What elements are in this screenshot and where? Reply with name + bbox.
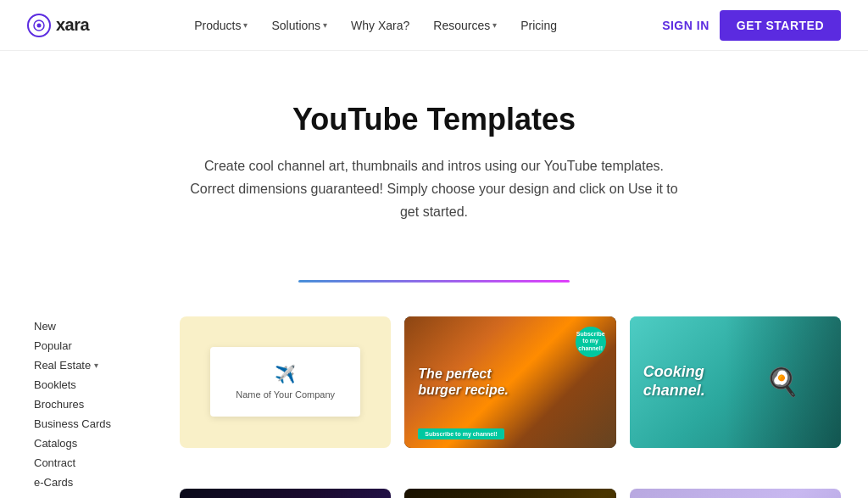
navbar: xara Products ▾ Solutions ▾ Why Xara? Re… bbox=[0, 0, 868, 51]
template-card-year[interactable]: 20XX Subscribe! bbox=[404, 489, 615, 498]
sidebar-item-brochures[interactable]: Brochures bbox=[27, 394, 166, 414]
card-food-visual: 🍳 bbox=[725, 316, 841, 448]
sidebar-item-catalogs[interactable]: Catalogs bbox=[27, 434, 166, 453]
logo[interactable]: xara bbox=[27, 14, 89, 37]
logo-icon bbox=[27, 14, 51, 37]
template-card-cooking[interactable]: Cooking channel. 🍳 bbox=[630, 316, 841, 448]
template-card-dark[interactable] bbox=[180, 489, 391, 498]
sign-in-button[interactable]: SIGN IN bbox=[662, 19, 709, 32]
chevron-down-icon: ▾ bbox=[243, 20, 248, 30]
hero-description: Create cool channel art, thumbnails and … bbox=[188, 154, 680, 224]
sidebar-item-popular[interactable]: Popular bbox=[27, 336, 166, 355]
chevron-down-icon: ▾ bbox=[323, 20, 327, 30]
sidebar-item-ebooks[interactable]: e-Books bbox=[27, 492, 166, 498]
logo-wordmark: xara bbox=[56, 15, 89, 35]
nav-solutions[interactable]: Solutions ▾ bbox=[271, 19, 327, 32]
nav-products[interactable]: Products ▾ bbox=[194, 19, 248, 32]
sidebar-item-booklets[interactable]: Booklets bbox=[27, 375, 166, 394]
card-company-text: Name of Your Company bbox=[236, 389, 335, 400]
hero-section: YouTube Templates Create cool channel ar… bbox=[0, 51, 868, 249]
get-started-button[interactable]: GET STARTED bbox=[720, 10, 841, 41]
main-layout: New Popular Real Estate ▾ Booklets Broch… bbox=[0, 316, 868, 498]
template-card-lavender[interactable]: Cameron bbox=[630, 489, 841, 498]
card-background: 20XX Subscribe! bbox=[404, 489, 615, 498]
sidebar-item-business-cards[interactable]: Business Cards bbox=[27, 414, 166, 434]
nav-resources[interactable]: Resources ▾ bbox=[433, 19, 497, 32]
gradient-divider bbox=[298, 280, 570, 283]
nav-links: Products ▾ Solutions ▾ Why Xara? Resourc… bbox=[194, 19, 557, 32]
card-subscribe-sub: Subscribe to my channel! bbox=[418, 428, 504, 439]
nav-pricing[interactable]: Pricing bbox=[520, 19, 557, 32]
sidebar: New Popular Real Estate ▾ Booklets Broch… bbox=[27, 316, 180, 498]
food-icon: 🍳 bbox=[765, 366, 799, 398]
template-grid: ✈️ Name of Your Company The perfect burg… bbox=[180, 316, 841, 498]
card-inner: ✈️ Name of Your Company bbox=[210, 347, 360, 417]
chevron-down-icon: ▾ bbox=[94, 361, 98, 370]
sidebar-item-new[interactable]: New bbox=[27, 316, 166, 336]
card-burger-title: The perfect burger recipe. bbox=[418, 366, 528, 398]
sidebar-item-contract[interactable]: Contract bbox=[27, 453, 166, 473]
nav-why-xara[interactable]: Why Xara? bbox=[351, 19, 409, 32]
card-logo-icon: ✈️ bbox=[236, 364, 335, 384]
card-background: The perfect burger recipe. Subscribe to … bbox=[404, 316, 615, 448]
nav-actions: SIGN IN GET STARTED bbox=[662, 10, 841, 41]
card-subscribe-badge: Subscribe to my channel! bbox=[576, 327, 606, 357]
sidebar-item-ecards[interactable]: e-Cards bbox=[27, 473, 166, 492]
template-card-company[interactable]: ✈️ Name of Your Company bbox=[180, 316, 391, 448]
page-title: YouTube Templates bbox=[17, 102, 851, 137]
template-card-burger[interactable]: The perfect burger recipe. Subscribe to … bbox=[404, 316, 615, 448]
sidebar-item-real-estate[interactable]: Real Estate ▾ bbox=[27, 355, 166, 375]
card-background bbox=[180, 489, 391, 498]
svg-point-1 bbox=[37, 23, 42, 27]
card-background: Cameron bbox=[630, 489, 841, 498]
chevron-down-icon: ▾ bbox=[492, 20, 497, 30]
card-background: Cooking channel. 🍳 bbox=[630, 316, 841, 448]
